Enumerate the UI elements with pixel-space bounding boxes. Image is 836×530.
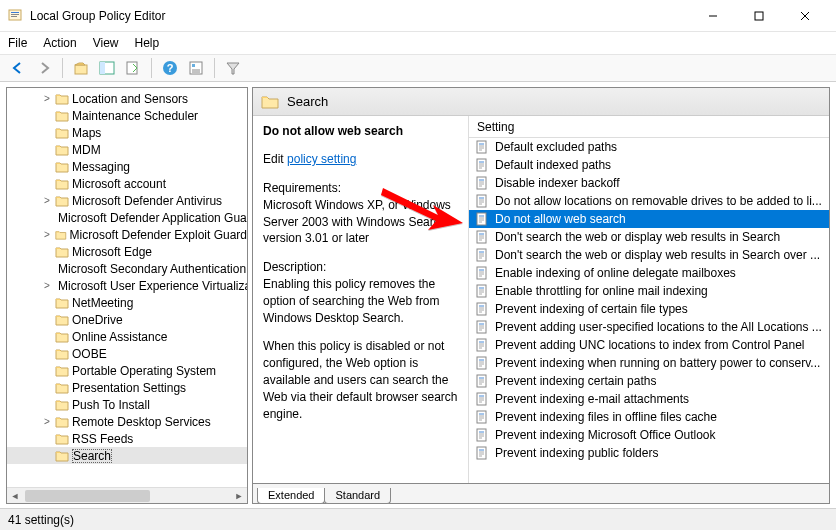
tree-pane[interactable]: >Location and SensorsMaintenance Schedul…: [6, 87, 248, 504]
svg-rect-63: [477, 303, 486, 315]
menu-action[interactable]: Action: [43, 36, 76, 50]
edit-policy-link[interactable]: policy setting: [287, 152, 356, 166]
tree-item-label: Microsoft Secondary Authentication Facto…: [58, 262, 248, 276]
setting-item[interactable]: Prevent indexing files in offline files …: [469, 408, 829, 426]
tree-item[interactable]: OOBE: [7, 345, 247, 362]
tree-item[interactable]: >Microsoft User Experience Virtualizatio…: [7, 277, 247, 294]
setting-item[interactable]: Do not allow locations on removable driv…: [469, 192, 829, 210]
export-list-button[interactable]: [121, 56, 145, 80]
minimize-button[interactable]: [690, 1, 736, 31]
tree-item[interactable]: MDM: [7, 141, 247, 158]
tree-item-label: Messaging: [72, 160, 130, 174]
tree-item-label: Push To Install: [72, 398, 150, 412]
tree-item-label: Search: [72, 449, 112, 463]
svg-rect-28: [477, 177, 486, 189]
setting-item[interactable]: Don't search the web or display web resu…: [469, 228, 829, 246]
setting-item[interactable]: Disable indexer backoff: [469, 174, 829, 192]
setting-label: Disable indexer backoff: [495, 176, 620, 190]
setting-item[interactable]: Prevent adding user-specified locations …: [469, 318, 829, 336]
setting-label: Prevent indexing Microsoft Office Outloo…: [495, 428, 716, 442]
tree-expander-icon[interactable]: >: [41, 195, 53, 206]
setting-label: Prevent adding UNC locations to index fr…: [495, 338, 805, 352]
tree-item[interactable]: NetMeeting: [7, 294, 247, 311]
tree-item-label: NetMeeting: [72, 296, 133, 310]
tree-expander-icon[interactable]: >: [41, 280, 53, 291]
tab-standard[interactable]: Standard: [324, 488, 391, 504]
svg-rect-23: [477, 159, 486, 171]
tree-expander-icon[interactable]: >: [41, 229, 53, 240]
tree-item[interactable]: >Microsoft Defender Exploit Guard: [7, 226, 247, 243]
maximize-button[interactable]: [736, 1, 782, 31]
tree-item[interactable]: RSS Feeds: [7, 430, 247, 447]
tree-item[interactable]: Push To Install: [7, 396, 247, 413]
forward-button[interactable]: [32, 56, 56, 80]
tree-item[interactable]: >Location and Sensors: [7, 90, 247, 107]
svg-rect-78: [477, 357, 486, 369]
menu-file[interactable]: File: [8, 36, 27, 50]
setting-item[interactable]: Enable throttling for online mail indexi…: [469, 282, 829, 300]
setting-item[interactable]: Prevent indexing when running on battery…: [469, 354, 829, 372]
setting-item[interactable]: Prevent indexing public folders: [469, 444, 829, 462]
setting-item[interactable]: Default excluded paths: [469, 138, 829, 156]
tree-item[interactable]: Online Assistance: [7, 328, 247, 345]
tree-item[interactable]: >Microsoft Defender Antivirus: [7, 192, 247, 209]
folder-icon: [261, 94, 279, 109]
setting-label: Prevent indexing public folders: [495, 446, 658, 460]
setting-item[interactable]: Default indexed paths: [469, 156, 829, 174]
tree-item-label: Microsoft Defender Antivirus: [72, 194, 222, 208]
setting-item[interactable]: Prevent indexing e-mail attachments: [469, 390, 829, 408]
tree-item[interactable]: Portable Operating System: [7, 362, 247, 379]
setting-item[interactable]: Prevent indexing of certain file types: [469, 300, 829, 318]
description-text-2: When this policy is disabled or not conf…: [263, 338, 458, 422]
menu-view[interactable]: View: [93, 36, 119, 50]
tree-item[interactable]: Microsoft Defender Application Guard: [7, 209, 247, 226]
tree-item[interactable]: Presentation Settings: [7, 379, 247, 396]
tree-item[interactable]: Maintenance Scheduler: [7, 107, 247, 124]
tree-item[interactable]: Search: [7, 447, 247, 464]
up-button[interactable]: [69, 56, 93, 80]
tree-item-label: Microsoft Defender Exploit Guard: [70, 228, 247, 242]
details-pane: Do not allow web search Edit policy sett…: [253, 116, 469, 483]
properties-button[interactable]: [184, 56, 208, 80]
tree-item[interactable]: OneDrive: [7, 311, 247, 328]
tree-item-label: Maps: [72, 126, 101, 140]
tree-horizontal-scrollbar[interactable]: ◄►: [7, 487, 247, 503]
settings-list[interactable]: Setting Default excluded pathsDefault in…: [469, 116, 829, 483]
svg-text:?: ?: [167, 62, 174, 74]
list-header-setting[interactable]: Setting: [469, 116, 829, 138]
tree-expander-icon[interactable]: >: [41, 416, 53, 427]
tree-item[interactable]: Messaging: [7, 158, 247, 175]
setting-item[interactable]: Enable indexing of online delegate mailb…: [469, 264, 829, 282]
description-label: Description:: [263, 260, 326, 274]
svg-rect-93: [477, 411, 486, 423]
svg-rect-58: [477, 285, 486, 297]
setting-item[interactable]: Prevent indexing Microsoft Office Outloo…: [469, 426, 829, 444]
svg-rect-33: [477, 195, 486, 207]
tab-extended[interactable]: Extended: [257, 488, 325, 504]
tree-item[interactable]: Maps: [7, 124, 247, 141]
setting-label: Prevent indexing files in offline files …: [495, 410, 717, 424]
app-icon: [8, 8, 24, 24]
tree-item[interactable]: Microsoft Edge: [7, 243, 247, 260]
show-hide-tree-button[interactable]: [95, 56, 119, 80]
tree-expander-icon[interactable]: >: [41, 93, 53, 104]
svg-rect-1: [11, 12, 19, 13]
setting-label: Prevent indexing of certain file types: [495, 302, 688, 316]
tree-item-label: RSS Feeds: [72, 432, 133, 446]
tree-item[interactable]: >Remote Desktop Services: [7, 413, 247, 430]
menu-help[interactable]: Help: [135, 36, 160, 50]
tree-item[interactable]: Microsoft account: [7, 175, 247, 192]
tree-item[interactable]: Microsoft Secondary Authentication Facto…: [7, 260, 247, 277]
setting-item[interactable]: Do not allow web search: [469, 210, 829, 228]
setting-item[interactable]: Don't search the web or display web resu…: [469, 246, 829, 264]
setting-item[interactable]: Prevent adding UNC locations to index fr…: [469, 336, 829, 354]
back-button[interactable]: [6, 56, 30, 80]
svg-rect-2: [11, 14, 19, 15]
setting-item[interactable]: Prevent indexing certain paths: [469, 372, 829, 390]
setting-label: Default indexed paths: [495, 158, 611, 172]
help-button[interactable]: ?: [158, 56, 182, 80]
filter-button[interactable]: [221, 56, 245, 80]
svg-rect-3: [11, 16, 17, 17]
requirements-text: Microsoft Windows XP, or Windows Server …: [263, 198, 451, 246]
close-button[interactable]: [782, 1, 828, 31]
